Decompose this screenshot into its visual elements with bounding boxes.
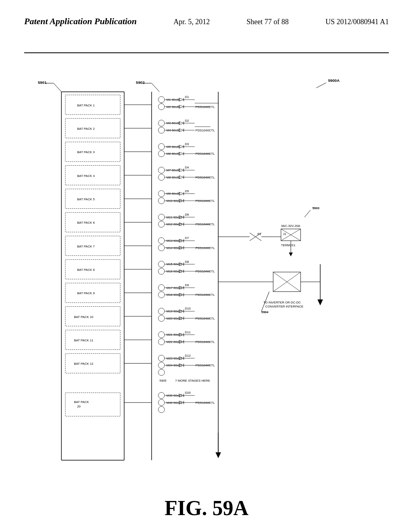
svg-text:BAT PACK 10: BAT PACK 10 (74, 315, 94, 319)
svg-text:PDS1040CTL: PDS1040CTL (196, 340, 215, 344)
svg-text:PDS1040CTL: PDS1040CTL (196, 105, 215, 109)
svg-marker-280 (215, 452, 221, 458)
svg-point-201 (158, 355, 165, 362)
figure-label: FIG. 59A (0, 496, 413, 520)
svg-text:BAT PACK 5: BAT PACK 5 (77, 197, 95, 201)
svg-text:M8  60x35: M8 60x35 (167, 176, 180, 179)
svg-text:D1: D1 (185, 95, 189, 99)
svg-text:D12: D12 (185, 354, 191, 357)
svg-point-48 (158, 143, 165, 150)
svg-marker-278 (317, 299, 323, 305)
svg-text:BAT PACK 2: BAT PACK 2 (77, 127, 95, 131)
svg-point-89 (158, 197, 165, 204)
svg-text:D7: D7 (185, 236, 189, 240)
svg-point-31 (158, 120, 165, 127)
svg-text:PDS1040CTL: PDS1040CTL (196, 270, 215, 273)
svg-point-229 (158, 399, 165, 406)
svg-text:BAT PACK: BAT PACK (74, 400, 89, 404)
publication-title: Patent Application Publication (24, 16, 137, 27)
svg-point-208 (158, 362, 165, 369)
publication-date: Apr. 5, 2012 (173, 18, 210, 26)
svg-text:M4  60x35: M4 60x35 (167, 129, 180, 132)
circuit-diagram: text { font-family: Arial, sans-serif; f… (24, 60, 389, 484)
svg-text:M1  60x35: M1 60x35 (167, 98, 180, 102)
svg-text:BAT PACK 6: BAT PACK 6 (77, 221, 95, 224)
svg-text:BAT PACK 1: BAT PACK 1 (77, 104, 95, 107)
svg-point-65 (158, 167, 165, 173)
svg-text:M5  60x35: M5 60x35 (167, 145, 180, 149)
svg-point-123 (158, 245, 165, 251)
sheet-info: Sheet 77 of 88 (246, 18, 288, 26)
svg-text:BAT PACK 11: BAT PACK 11 (74, 339, 93, 342)
svg-text:D11: D11 (185, 330, 191, 334)
svg-point-106 (158, 221, 165, 228)
svg-text:D4: D4 (185, 166, 190, 169)
svg-text:D3: D3 (185, 142, 189, 146)
svg-point-236 (158, 406, 165, 413)
svg-text:PDS1040CTL: PDS1040CTL (196, 176, 215, 179)
header-divider (24, 52, 389, 53)
svg-text:M6  60x35: M6 60x35 (167, 152, 180, 156)
svg-text:BAT PACK 7: BAT PACK 7 (77, 245, 95, 248)
svg-text:TERM2X1: TERM2X1 (281, 243, 296, 247)
svg-text:D10: D10 (185, 307, 191, 310)
svg-point-99 (158, 214, 165, 220)
ref-5902: 5902 (136, 80, 145, 85)
svg-line-1 (54, 83, 61, 91)
svg-text:D20: D20 (185, 391, 191, 395)
svg-text:D2: D2 (185, 119, 189, 123)
svg-text:TO INVERTER OR DC-DC: TO INVERTER OR DC-DC (263, 301, 301, 304)
ref-5900A: 5900A (328, 78, 340, 83)
svg-text:M2  60x35: M2 60x35 (167, 105, 180, 109)
svg-line-4 (316, 83, 326, 88)
svg-point-215 (158, 369, 165, 376)
svg-point-13 (158, 96, 165, 103)
svg-text:PDS1040CTL: PDS1040CTL (196, 129, 215, 132)
svg-text:7 MORE STAGES HERE: 7 MORE STAGES HERE (175, 379, 210, 382)
svg-text:BAT PACK 3: BAT PACK 3 (77, 150, 95, 154)
svg-text:M7  60x35: M7 60x35 (167, 168, 180, 172)
svg-text:5905: 5905 (159, 379, 166, 382)
svg-rect-218 (65, 393, 120, 416)
svg-text:PDS1040CTL: PDS1040CTL (196, 364, 215, 367)
svg-text:BAT PACK 8: BAT PACK 8 (77, 268, 95, 272)
ref-5901: 5901 (38, 80, 47, 85)
page-header: Patent Application Publication Apr. 5, 2… (0, 16, 413, 27)
svg-point-55 (158, 151, 165, 157)
svg-point-150 (158, 285, 165, 291)
svg-line-253 (305, 210, 311, 217)
svg-marker-266 (289, 252, 293, 256)
svg-point-140 (158, 268, 165, 274)
patent-number: US 2012/0080941 A1 (325, 18, 389, 26)
svg-point-184 (158, 332, 165, 338)
svg-point-191 (158, 339, 165, 345)
svg-point-116 (158, 237, 165, 244)
svg-point-174 (158, 315, 165, 322)
svg-text:M9  60x35: M9 60x35 (167, 192, 180, 195)
svg-text:PDS1040CTL: PDS1040CTL (196, 152, 215, 156)
svg-point-38 (158, 127, 165, 133)
svg-text:PDS1040CTL: PDS1040CTL (196, 222, 215, 226)
svg-text:PDS1040CTL: PDS1040CTL (196, 246, 215, 250)
diagram-area: text { font-family: Arial, sans-serif; f… (24, 60, 389, 484)
svg-text:D5: D5 (185, 189, 189, 193)
svg-text:M3  60x35: M3 60x35 (167, 121, 180, 125)
svg-text:D8: D8 (185, 260, 189, 264)
svg-text:PDS1040CTL: PDS1040CTL (196, 317, 215, 320)
svg-text:BAT PACK 4: BAT PACK 4 (77, 174, 95, 178)
svg-text:5903: 5903 (313, 206, 320, 210)
svg-point-222 (158, 392, 165, 399)
svg-text:5904: 5904 (261, 310, 269, 314)
svg-text:CONVERTER INTERFACE: CONVERTER INTERFACE (265, 305, 303, 308)
svg-line-3 (152, 83, 159, 91)
svg-text:PDS1040CTL: PDS1040CTL (196, 293, 215, 297)
svg-point-20 (158, 104, 165, 110)
svg-text:PDS1040CTL: PDS1040CTL (196, 199, 215, 203)
svg-point-167 (158, 308, 165, 314)
svg-text:D6: D6 (185, 213, 189, 216)
svg-text:J1: J1 (283, 232, 286, 236)
svg-text:20: 20 (77, 405, 81, 408)
svg-text:D9: D9 (185, 283, 189, 287)
svg-point-82 (158, 191, 165, 197)
svg-text:3AC-32V-20A: 3AC-32V-20A (281, 224, 300, 228)
